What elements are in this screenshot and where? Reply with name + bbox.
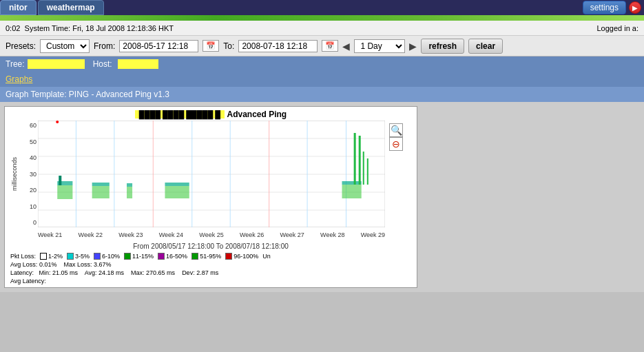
- svg-rect-19: [92, 183, 110, 186]
- host-value[interactable]: [118, 59, 158, 69]
- prev-period-button[interactable]: ◀: [342, 41, 350, 52]
- svg-rect-25: [342, 181, 362, 185]
- from-input[interactable]: [119, 40, 198, 52]
- monitor-tab[interactable]: nitor: [0, 0, 37, 15]
- max-loss-value: 3.67%: [94, 261, 112, 268]
- graph-svg: [38, 121, 385, 227]
- x-axis-labels: Week 21 Week 22 Week 23 Week 24 Week 25 …: [38, 231, 385, 238]
- user-icon[interactable]: ▶: [629, 1, 641, 14]
- settings-button[interactable]: settings: [583, 1, 626, 14]
- svg-rect-28: [359, 136, 361, 185]
- tree-host-bar: Tree: Host:: [0, 56, 644, 72]
- from-label: From:: [94, 41, 115, 51]
- from-calendar-button[interactable]: 📅: [202, 40, 219, 52]
- x-label: Week 26: [240, 231, 264, 238]
- pkt-loss-label: Pkt Loss:: [10, 253, 36, 260]
- svg-rect-30: [367, 158, 368, 185]
- refresh-button[interactable]: refresh: [421, 39, 464, 54]
- main-content: ████ ████ █████ █ Advanced Ping millisec…: [0, 102, 644, 292]
- stats-avg-latency: Avg Latency:: [10, 278, 411, 284]
- legend-label-11-15: 11-15%: [132, 253, 154, 260]
- svg-rect-27: [354, 133, 356, 185]
- svg-rect-0: [38, 121, 385, 227]
- legend-label-3-5: 3-5%: [75, 253, 90, 260]
- x-label: Week 23: [118, 231, 143, 238]
- legend-3-5: 3-5%: [67, 253, 90, 260]
- graph-template-bar: Graph Template: PING - Advanced Ping v1.…: [0, 87, 644, 102]
- svg-rect-20: [92, 186, 110, 198]
- top-nav-bar: nitor weathermap settings ▶: [0, 0, 644, 15]
- legend-label-51-95: 51-95%: [200, 253, 221, 260]
- legend-6-10: 6-10%: [94, 253, 120, 260]
- graph-container: ████ ████ █████ █ Advanced Ping millisec…: [4, 106, 417, 288]
- svg-rect-24: [165, 186, 189, 198]
- host-label: Host:: [93, 59, 112, 69]
- legend-label-1-2: 1-2%: [48, 253, 63, 260]
- legend-un: Un: [262, 253, 271, 260]
- stats-avg-loss: Avg Loss: 0.01% Max Loss: 3.67%: [10, 261, 411, 268]
- latency-min-label: Min:: [39, 269, 51, 276]
- y-tick: 60: [21, 122, 37, 129]
- system-time-label: System Time:: [25, 24, 71, 32]
- presets-label: Presets:: [6, 41, 36, 51]
- green-decorative-bar: [0, 15, 644, 21]
- system-time-value: Fri, 18 Jul 2008 12:18:36 HKT: [72, 24, 174, 32]
- legend-51-95: 51-95%: [191, 253, 221, 260]
- legend-color-1-2: [40, 253, 47, 260]
- y-tick: 0: [21, 219, 37, 226]
- monitor-tab-label: nitor: [9, 3, 28, 12]
- nav-right-section: settings ▶: [583, 1, 644, 14]
- svg-rect-17: [57, 185, 72, 199]
- breadcrumb-link[interactable]: Graphs: [6, 74, 32, 84]
- x-label: Week 22: [79, 231, 103, 238]
- tree-value[interactable]: [28, 59, 85, 69]
- y-tick: 30: [21, 171, 37, 178]
- legend-label-un: Un: [262, 253, 271, 260]
- avg-loss-value: 0.01%: [39, 261, 57, 268]
- legend-row: Pkt Loss: 1-2% 3-5% 6-10% 11-15%: [10, 253, 411, 260]
- to-input[interactable]: [238, 40, 318, 52]
- legend-96-100: 96-100%: [225, 253, 258, 260]
- y-axis-label: milliseconds: [8, 121, 21, 227]
- legend-label-6-10: 6-10%: [102, 253, 120, 260]
- legend-11-15: 11-15%: [124, 253, 154, 260]
- clear-button[interactable]: clear: [468, 39, 503, 54]
- weathermap-tab[interactable]: weathermap: [38, 0, 104, 15]
- svg-rect-22: [127, 187, 132, 198]
- latency-avg-label: Avg:: [85, 269, 97, 276]
- legend-16-50: 16-50%: [158, 253, 187, 260]
- y-tick: 20: [21, 187, 37, 194]
- legend-1-2: 1-2%: [40, 253, 63, 260]
- svg-rect-29: [363, 152, 364, 185]
- svg-rect-21: [127, 183, 132, 187]
- legend-color-16-50: [158, 253, 165, 260]
- legend-label-16-50: 16-50%: [166, 253, 187, 260]
- presets-bar: Presets: Custom From: 📅 To: 📅 ◀ 1 Day 1 …: [0, 36, 644, 56]
- tree-label: Tree:: [6, 59, 25, 69]
- refresh-graph-icon[interactable]: ⊖: [389, 137, 403, 151]
- avg-latency-label: Avg Latency:: [10, 278, 46, 284]
- presets-select[interactable]: Custom: [40, 39, 90, 53]
- stats-latency: Latency: Min: 21.05 ms Avg: 24.18 ms Max…: [10, 269, 411, 276]
- y-axis-ticks: 60 50 40 30 20 10 0: [21, 121, 37, 227]
- avg-loss-label: Avg Loss:: [10, 261, 37, 268]
- y-tick: 40: [21, 154, 37, 161]
- graph-wrapper: milliseconds 60 50 40 30 20 10 0: [8, 121, 414, 227]
- to-calendar-button[interactable]: 📅: [322, 40, 338, 52]
- graph-svg-area: [38, 121, 385, 227]
- svg-rect-26: [342, 185, 362, 198]
- graph-title-highlight: ████ ████ █████ █: [135, 110, 225, 118]
- x-label: Week 25: [199, 231, 223, 238]
- period-select[interactable]: 1 Day 1 Week 1 Month 1 Year: [354, 39, 405, 53]
- latency-max-value: 270.65 ms: [146, 269, 175, 276]
- logged-in-text: Logged in a:: [596, 24, 638, 32]
- zoom-icon[interactable]: 🔍: [389, 123, 403, 137]
- y-tick: 10: [21, 203, 37, 210]
- max-loss-label: Max Loss:: [63, 261, 92, 268]
- weathermap-tab-label: weathermap: [47, 3, 95, 12]
- latency-dev-label: Dev:: [182, 269, 195, 276]
- next-period-button[interactable]: ▶: [409, 41, 417, 52]
- latency-avg-value: 24.18 ms: [98, 269, 124, 276]
- x-label: Week 28: [320, 231, 344, 238]
- latency-dev-value: 2.87 ms: [196, 269, 218, 276]
